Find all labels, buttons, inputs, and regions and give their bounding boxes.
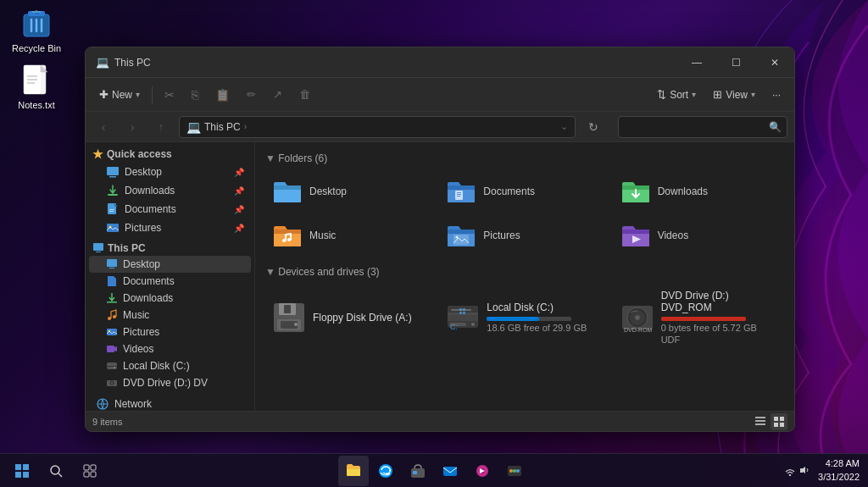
svg-rect-38: [455, 191, 463, 200]
taskbar-media[interactable]: [467, 456, 498, 486]
svg-rect-78: [755, 417, 765, 418]
status-bar: 9 items: [86, 411, 794, 431]
grid-view-toggle[interactable]: [771, 413, 787, 430]
delete-button[interactable]: 🗑: [292, 82, 317, 108]
recycle-bin-icon[interactable]: ♻ Recycle Bin: [7, 7, 66, 53]
title-bar: 💻 This PC — ☐ ✕: [86, 47, 794, 78]
more-button[interactable]: ···: [765, 82, 787, 108]
start-button[interactable]: [7, 456, 37, 486]
svg-rect-91: [84, 465, 89, 470]
taskbar-search[interactable]: [41, 456, 71, 486]
view-button[interactable]: ⊞ View ▾: [706, 82, 762, 108]
svg-rect-98: [413, 471, 417, 474]
svg-point-105: [516, 469, 520, 473]
list-view-toggle[interactable]: [752, 413, 769, 430]
drive-floppy-info: Floppy Disk Drive (A:): [313, 312, 412, 324]
taskbar-edge[interactable]: [370, 456, 401, 486]
svg-point-104: [513, 469, 516, 473]
pin-icon: 📌: [234, 205, 244, 214]
back-button[interactable]: ‹: [92, 116, 114, 138]
svg-rect-50: [453, 235, 469, 245]
svg-rect-88: [23, 472, 29, 478]
refresh-button[interactable]: ↻: [582, 116, 604, 138]
svg-rect-18: [107, 259, 117, 267]
path-dropdown[interactable]: ⌄: [560, 121, 568, 132]
forward-button[interactable]: ›: [121, 116, 143, 138]
file-explorer-window: 💻 This PC — ☐ ✕ ✚ New ▾ ✂ ⎘ 📋 ✏ ↗: [85, 47, 795, 432]
toolbar: ✚ New ▾ ✂ ⎘ 📋 ✏ ↗ 🗑 ⇅ Sort ▾ ⊞: [86, 78, 794, 112]
address-path[interactable]: 💻 This PC › ⌄: [179, 116, 576, 138]
folder-downloads[interactable]: Downloads: [614, 171, 784, 212]
sidebar-item-videos[interactable]: Videos: [89, 340, 251, 357]
sidebar-item-downloads-quick[interactable]: Downloads 📌: [89, 181, 251, 200]
svg-rect-16: [93, 243, 103, 251]
quick-access-header[interactable]: ★ Quick access: [86, 146, 254, 163]
path-pc-icon: 💻: [186, 120, 201, 134]
svg-rect-86: [23, 464, 29, 470]
svg-text:C:: C:: [450, 323, 458, 331]
svg-rect-82: [780, 417, 784, 421]
svg-point-47: [287, 238, 291, 241]
copy-button[interactable]: ⎘: [185, 82, 205, 108]
sidebar-item-network[interactable]: Network: [89, 395, 251, 411]
svg-rect-20: [107, 302, 117, 303]
taskbar-taskview[interactable]: [75, 456, 105, 486]
drive-dvd-d[interactable]: DVD-ROM DVD Drive (D:) DVD_ROM 0 bytes f…: [614, 285, 784, 350]
svg-rect-39: [457, 192, 461, 193]
folder-videos[interactable]: Videos: [614, 215, 784, 256]
sidebar-item-local-disk[interactable]: Local Disk (C:): [89, 357, 251, 374]
drives-section-header: ▼ Devices and drives (3): [265, 266, 784, 278]
svg-point-106: [789, 473, 791, 475]
sidebar-item-music[interactable]: Music: [89, 307, 251, 324]
svg-rect-10: [108, 194, 118, 196]
svg-rect-79: [755, 420, 765, 422]
share-button[interactable]: ↗: [266, 82, 289, 108]
up-button[interactable]: ↑: [150, 116, 172, 138]
pin-icon: 📌: [234, 186, 244, 196]
taskbar-mail[interactable]: [435, 456, 465, 486]
svg-point-46: [282, 239, 286, 242]
maximize-button[interactable]: ☐: [716, 47, 755, 78]
new-button[interactable]: ✚ New ▾: [92, 82, 147, 108]
search-button[interactable]: 🔍: [618, 116, 787, 138]
svg-rect-95: [347, 469, 360, 476]
sidebar-item-desktop2[interactable]: Desktop: [89, 256, 251, 273]
svg-rect-68: [459, 308, 462, 311]
svg-rect-53: [622, 230, 649, 234]
this-pc-header[interactable]: This PC: [86, 241, 254, 256]
sidebar-item-pictures2[interactable]: Pictures: [89, 324, 251, 340]
drive-local-c[interactable]: C: Local Disk (C:) 18.6 G: [439, 285, 609, 350]
taskbar-extra[interactable]: [499, 456, 530, 486]
sidebar-item-pictures-quick[interactable]: Pictures 📌: [89, 219, 251, 237]
svg-point-103: [509, 469, 513, 473]
notes-txt-icon[interactable]: Notes.txt: [7, 64, 66, 110]
sort-button[interactable]: ⇅ Sort ▾: [650, 82, 703, 108]
sidebar-item-documents-quick[interactable]: Documents 📌: [89, 200, 251, 219]
this-pc-section: This PC Desktop Documents Downloads Musi…: [86, 241, 254, 391]
svg-rect-9: [109, 176, 116, 178]
drive-floppy[interactable]: Floppy Disk Drive (A:): [265, 285, 436, 350]
rename-button[interactable]: ✏: [240, 82, 263, 108]
taskbar-store[interactable]: [403, 456, 433, 486]
svg-rect-94: [91, 472, 96, 477]
close-button[interactable]: ✕: [755, 47, 794, 78]
sidebar-item-documents2[interactable]: Documents: [89, 273, 251, 290]
sidebar-item-downloads2[interactable]: Downloads: [89, 290, 251, 307]
minimize-button[interactable]: —: [677, 47, 716, 78]
svg-point-59: [294, 323, 298, 326]
folder-pictures[interactable]: Pictures: [439, 215, 609, 256]
svg-rect-14: [107, 224, 119, 232]
svg-rect-69: [463, 308, 465, 311]
network-icon[interactable]: [784, 464, 796, 478]
folder-documents[interactable]: Documents: [439, 171, 609, 212]
taskbar-time-display[interactable]: 4:28 AM 3/31/2022: [818, 457, 860, 484]
volume-icon[interactable]: [799, 464, 811, 478]
folder-desktop[interactable]: Desktop: [265, 171, 436, 212]
sidebar-item-dvd-drive[interactable]: DVD Drive (D:) DV: [89, 374, 251, 391]
cut-button[interactable]: ✂: [158, 82, 181, 108]
taskbar-explorer[interactable]: [338, 456, 369, 486]
folder-music[interactable]: Music: [265, 215, 436, 256]
paste-button[interactable]: 📋: [209, 82, 236, 108]
sidebar-item-desktop[interactable]: Desktop 📌: [89, 163, 251, 181]
drive-d-bar: [661, 317, 746, 321]
